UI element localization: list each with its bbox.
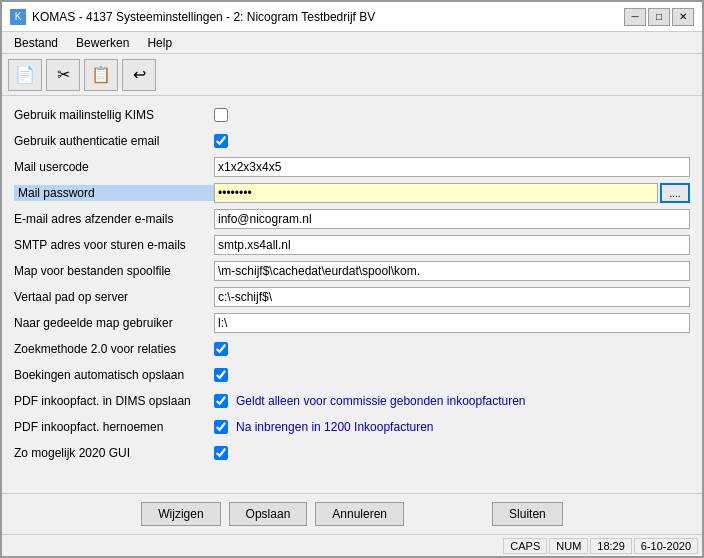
checkbox-boekingen[interactable] bbox=[214, 368, 228, 382]
label-vertaal-pad: Vertaal pad op server bbox=[14, 290, 214, 304]
status-num: NUM bbox=[549, 538, 588, 554]
checkbox-pdf-hernoemen[interactable] bbox=[214, 420, 228, 434]
opslaan-button[interactable]: Opslaan bbox=[229, 502, 308, 526]
label-spoolfile: Map voor bestanden spoolfile bbox=[14, 264, 214, 278]
password-input-area: .... bbox=[214, 183, 690, 203]
label-gui-2020: Zo mogelijk 2020 GUI bbox=[14, 446, 214, 460]
gedeelde-map-input[interactable] bbox=[214, 313, 690, 333]
close-button[interactable]: ✕ bbox=[672, 8, 694, 26]
checkbox-zoekmethode[interactable] bbox=[214, 342, 228, 356]
form-row-email-afzender: E-mail adres afzender e-mails bbox=[14, 208, 690, 230]
checkbox-gui-2020[interactable] bbox=[214, 446, 228, 460]
label-pdf-dims: PDF inkoopfact. in DIMS opslaan bbox=[14, 394, 214, 408]
form-row-mail-kims: Gebruik mailinstellig KIMS bbox=[14, 104, 690, 126]
checkbox-area-pdf-dims: Geldt alleen voor commissie gebonden ink… bbox=[214, 394, 526, 408]
copy-icon: 📋 bbox=[91, 65, 111, 84]
scissors-icon: ✂ bbox=[57, 65, 70, 84]
menu-bewerken[interactable]: Bewerken bbox=[68, 34, 137, 51]
wijzigen-button[interactable]: Wijzigen bbox=[141, 502, 220, 526]
undo-icon: ↩ bbox=[133, 65, 146, 84]
note-pdf-hernoemen: Na inbrengen in 1200 Inkoopfacturen bbox=[236, 420, 433, 434]
status-time: 18:29 bbox=[590, 538, 632, 554]
form-row-smtp: SMTP adres voor sturen e-mails bbox=[14, 234, 690, 256]
toolbar-undo-button[interactable]: ↩ bbox=[122, 59, 156, 91]
form-content: Gebruik mailinstellig KIMS Gebruik authe… bbox=[2, 96, 702, 493]
form-row-mail-usercode: Mail usercode bbox=[14, 156, 690, 178]
form-row-vertaal-pad: Vertaal pad op server bbox=[14, 286, 690, 308]
form-row-pdf-dims: PDF inkoopfact. in DIMS opslaan Geldt al… bbox=[14, 390, 690, 412]
main-window: K KOMAS - 4137 Systeeminstellingen - 2: … bbox=[0, 0, 704, 558]
minimize-button[interactable]: ─ bbox=[624, 8, 646, 26]
form-row-pdf-hernoemen: PDF inkoopfact. hernoemen Na inbrengen i… bbox=[14, 416, 690, 438]
form-row-boekingen: Boekingen automatisch opslaan bbox=[14, 364, 690, 386]
checkbox-area-mail-kims bbox=[214, 108, 228, 122]
label-boekingen: Boekingen automatisch opslaan bbox=[14, 368, 214, 382]
toolbar: 📄 ✂ 📋 ↩ bbox=[2, 54, 702, 96]
footer-buttons: Wijzigen Opslaan Annuleren Sluiten bbox=[2, 493, 702, 534]
label-email-afzender: E-mail adres afzender e-mails bbox=[14, 212, 214, 226]
status-date: 6-10-2020 bbox=[634, 538, 698, 554]
checkbox-area-auth-email bbox=[214, 134, 228, 148]
form-row-mail-password: Mail password .... bbox=[14, 182, 690, 204]
maximize-button[interactable]: □ bbox=[648, 8, 670, 26]
mail-password-input[interactable] bbox=[214, 183, 658, 203]
new-document-icon: 📄 bbox=[15, 65, 35, 84]
label-mail-kims: Gebruik mailinstellig KIMS bbox=[14, 108, 214, 122]
app-icon: K bbox=[10, 9, 26, 25]
sluiten-button[interactable]: Sluiten bbox=[492, 502, 563, 526]
label-mail-password: Mail password bbox=[14, 185, 214, 201]
email-afzender-input[interactable] bbox=[214, 209, 690, 229]
label-mail-usercode: Mail usercode bbox=[14, 160, 214, 174]
checkbox-auth-email[interactable] bbox=[214, 134, 228, 148]
checkbox-area-pdf-hernoemen: Na inbrengen in 1200 Inkoopfacturen bbox=[214, 420, 433, 434]
status-caps: CAPS bbox=[503, 538, 547, 554]
form-row-gedeelde-map: Naar gedeelde map gebruiker bbox=[14, 312, 690, 334]
checkbox-mail-kims[interactable] bbox=[214, 108, 228, 122]
title-bar-left: K KOMAS - 4137 Systeeminstellingen - 2: … bbox=[10, 9, 375, 25]
form-row-gui-2020: Zo mogelijk 2020 GUI bbox=[14, 442, 690, 464]
label-gedeelde-map: Naar gedeelde map gebruiker bbox=[14, 316, 214, 330]
status-bar: CAPS NUM 18:29 6-10-2020 bbox=[2, 534, 702, 556]
mail-usercode-input[interactable] bbox=[214, 157, 690, 177]
vertaal-pad-input[interactable] bbox=[214, 287, 690, 307]
smtp-input[interactable] bbox=[214, 235, 690, 255]
toolbar-copy-button[interactable]: 📋 bbox=[84, 59, 118, 91]
form-row-spoolfile: Map voor bestanden spoolfile bbox=[14, 260, 690, 282]
toolbar-cut-button[interactable]: ✂ bbox=[46, 59, 80, 91]
label-pdf-hernoemen: PDF inkoopfact. hernoemen bbox=[14, 420, 214, 434]
menu-help[interactable]: Help bbox=[139, 34, 180, 51]
form-row-auth-email: Gebruik authenticatie email bbox=[14, 130, 690, 152]
window-title: KOMAS - 4137 Systeeminstellingen - 2: Ni… bbox=[32, 10, 375, 24]
label-auth-email: Gebruik authenticatie email bbox=[14, 134, 214, 148]
label-smtp: SMTP adres voor sturen e-mails bbox=[14, 238, 214, 252]
toolbar-new-button[interactable]: 📄 bbox=[8, 59, 42, 91]
password-browse-button[interactable]: .... bbox=[660, 183, 690, 203]
title-bar: K KOMAS - 4137 Systeeminstellingen - 2: … bbox=[2, 2, 702, 32]
menu-bar: Bestand Bewerken Help bbox=[2, 32, 702, 54]
title-buttons: ─ □ ✕ bbox=[624, 8, 694, 26]
form-row-zoekmethode: Zoekmethode 2.0 voor relaties bbox=[14, 338, 690, 360]
checkbox-pdf-dims[interactable] bbox=[214, 394, 228, 408]
menu-bestand[interactable]: Bestand bbox=[6, 34, 66, 51]
spoolfile-input[interactable] bbox=[214, 261, 690, 281]
note-pdf-dims: Geldt alleen voor commissie gebonden ink… bbox=[236, 394, 526, 408]
annuleren-button[interactable]: Annuleren bbox=[315, 502, 404, 526]
label-zoekmethode: Zoekmethode 2.0 voor relaties bbox=[14, 342, 214, 356]
